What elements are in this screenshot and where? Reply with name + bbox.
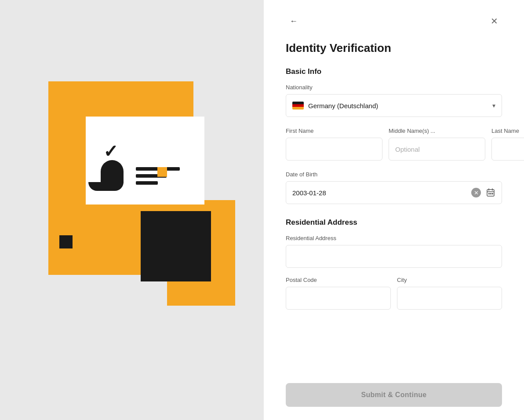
panel-header: ← ✕ [286,13,502,29]
black-small-square [59,235,73,248]
dob-field: Date of Birth ✕ [286,171,502,204]
residential-address-section: Residential Address Residential Address … [286,218,502,310]
first-name-label: First Name [286,128,382,134]
dob-label: Date of Birth [286,171,502,178]
dob-input-wrapper: ✕ [286,181,502,204]
black-shadow-block [141,211,211,281]
yellow-small-square [157,167,167,177]
dot-pattern-bottom-left [18,382,90,385]
last-name-input[interactable] [491,138,524,161]
city-label: City [397,277,502,283]
back-button[interactable]: ← [286,13,302,29]
city-group: City [397,277,502,310]
id-line-3 [136,181,158,185]
basic-info-section: Basic Info Nationality Germany (Deutschl… [286,67,502,218]
nationality-left: Germany (Deutschland) [292,102,378,110]
last-name-label: Last Name [491,128,524,134]
dob-input[interactable] [286,181,502,204]
residential-address-title: Residential Address [286,218,502,227]
nationality-label: Nationality [286,84,502,91]
calendar-icon [486,188,495,197]
id-avatar [101,160,124,183]
svg-rect-0 [487,190,494,196]
dob-calendar-button[interactable] [484,186,497,199]
left-panel [0,0,264,420]
address-label: Residential Address [286,235,502,241]
first-name-group: First Name [286,128,382,161]
nationality-dropdown[interactable]: Germany (Deutschland) ▾ [286,94,502,117]
right-panel: ← ✕ Identity Verification Basic Info Nat… [264,0,524,420]
basic-info-title: Basic Info [286,67,502,76]
svg-rect-6 [492,193,493,194]
dob-clear-button[interactable]: ✕ [471,188,481,197]
address-input[interactable] [286,245,502,268]
nationality-value: Germany (Deutschland) [308,102,378,110]
id-card [86,117,204,205]
checkmark-icon [103,142,125,160]
postal-code-label: Postal Code [286,277,391,283]
flag-stripe-gold [292,107,304,110]
page-title: Identity Verification [286,41,502,55]
middle-name-group: Middle Name(s) ... [389,128,485,161]
first-name-input[interactable] [286,138,382,161]
postal-code-input[interactable] [286,287,391,310]
dot-pattern-top-right [174,44,246,47]
name-row: First Name Middle Name(s) ... Last Name [286,128,502,161]
middle-name-label: Middle Name(s) ... [389,128,485,134]
postal-city-row: Postal Code City [286,277,502,310]
chevron-down-icon: ▾ [492,102,495,109]
illustration [29,81,235,306]
svg-rect-4 [488,193,490,194]
id-card-content [95,160,196,192]
dob-icons: ✕ [471,186,497,199]
city-input[interactable] [397,287,502,310]
middle-name-input[interactable] [389,138,485,161]
germany-flag [292,102,304,110]
close-button[interactable]: ✕ [486,13,502,29]
submit-section: Submit & Continue [286,370,502,407]
last-name-group: Last Name [491,128,524,161]
submit-button[interactable]: Submit & Continue [286,383,502,407]
postal-code-group: Postal Code [286,277,391,310]
svg-rect-5 [490,193,491,194]
id-avatar-body [88,182,124,191]
